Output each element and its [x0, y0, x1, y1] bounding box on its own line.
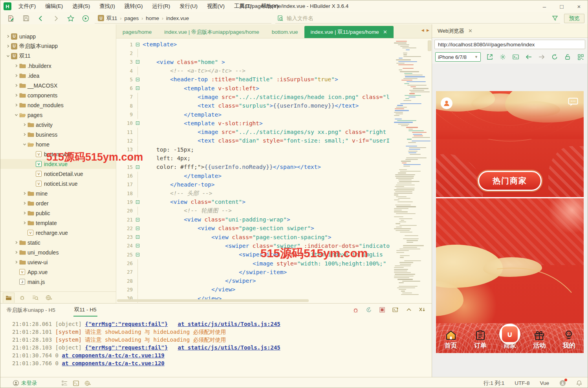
code-line[interactable]: 8<text class="surplus">{{userInfo.money}… [116, 101, 392, 110]
tree-item-noticeDetail.vue[interactable]: VnoticeDetail.vue [0, 169, 116, 179]
menu-item[interactable]: 编辑(E) [41, 2, 67, 11]
menu-item[interactable]: 发行(U) [176, 2, 201, 11]
console-link[interactable]: at static/js/utils/Tools.js:245 [178, 321, 280, 327]
login-status[interactable]: 未登录 [13, 380, 37, 387]
console-tab-diqi[interactable]: 帝启版本uniapp - H5 [6, 304, 56, 316]
code-line[interactable]: 27</swiper-item> [116, 268, 392, 276]
code-line[interactable]: 18<!-- 头部 --> [116, 189, 392, 198]
chevron-right-icon[interactable] [13, 93, 19, 97]
tree-item-pages[interactable]: pages [0, 110, 116, 120]
menu-item[interactable]: 运行(R) [148, 2, 174, 11]
terminal-icon[interactable] [512, 53, 520, 61]
code-line[interactable]: 20<!-- 轮播图 --> [116, 207, 392, 215]
update-download-icon[interactable] [559, 380, 566, 386]
console-link[interactable]: at components/a-tc/a-tc.vue:119 [62, 352, 164, 359]
tree-item-main.js[interactable]: Jmain.js [0, 277, 116, 287]
code-line[interactable]: 15color: #fff;">{{userInfo.noReady}}</sp… [116, 163, 392, 171]
breadcrumb-item[interactable]: 双11 [106, 15, 117, 21]
code-line[interactable]: 17</header-top> [116, 180, 392, 189]
chevron-right-icon[interactable] [13, 103, 19, 107]
tree-item-noticeList.vue[interactable]: VnoticeList.vue [0, 179, 116, 189]
fold-marker-icon[interactable] [134, 227, 141, 230]
hot-merchants-button[interactable]: 热门商家 [478, 171, 542, 191]
fold-marker-icon[interactable] [134, 165, 141, 169]
editor-tab[interactable]: pages/home [116, 26, 158, 38]
breadcrumb-item[interactable]: home [146, 15, 159, 21]
chevron-right-icon[interactable] [5, 44, 11, 48]
close-button[interactable]: × [570, 1, 588, 12]
restart-icon[interactable] [365, 306, 373, 314]
tree-item-_11[interactable]: U双11 [0, 51, 116, 61]
chevron-right-icon[interactable] [22, 201, 27, 205]
menu-item[interactable]: 查找(I) [95, 2, 119, 11]
debug-panel-tab-icon[interactable] [16, 293, 28, 303]
fold-marker-icon[interactable] [134, 218, 141, 221]
message-icon[interactable] [568, 97, 578, 107]
code-line[interactable]: 29</view> [116, 285, 392, 294]
fold-marker-icon[interactable] [134, 121, 141, 125]
code-line[interactable]: 21<view class="uni-padding-wrap"> [116, 215, 392, 224]
refresh-icon[interactable] [551, 53, 559, 61]
new-file-icon[interactable] [4, 14, 18, 23]
phone-tab-首页[interactable]: 首页 [436, 323, 465, 353]
menu-item[interactable]: 选择(S) [68, 2, 94, 11]
breadcrumb-item[interactable]: index.vue [166, 15, 189, 21]
chevron-right-icon[interactable] [13, 241, 19, 244]
tree-item-__MACOSX[interactable]: __MACOSX [0, 81, 116, 90]
chevron-right-icon[interactable] [22, 133, 27, 136]
user-avatar[interactable] [441, 97, 452, 109]
tree-item-uview-ui[interactable]: uview-ui [0, 257, 116, 267]
preview-button[interactable]: 预览 [564, 14, 584, 23]
tree-item-____uniapp[interactable]: U帝启版本uniapp [0, 41, 116, 51]
code-line[interactable]: 10<template v-slot:right> [116, 119, 392, 128]
tree-item-template[interactable]: template [0, 218, 116, 228]
collapse-icon[interactable] [405, 306, 413, 314]
encoding-label[interactable]: UTF-8 [515, 380, 529, 386]
chevron-right-icon[interactable] [13, 251, 19, 254]
chevron-right-icon[interactable] [13, 84, 19, 87]
search-panel-tab-icon[interactable] [29, 293, 41, 303]
chevron-right-icon[interactable] [5, 35, 11, 38]
tree-item-.hbuilderx[interactable]: .hbuilderx [0, 61, 116, 71]
tree-item-business[interactable]: business [0, 130, 116, 139]
chevron-down-icon[interactable] [5, 54, 11, 58]
cursor-position[interactable]: 行:1 列:1 [484, 380, 504, 387]
search-input[interactable] [287, 15, 552, 21]
tree-item-activity[interactable]: activity [0, 120, 116, 130]
maximize-button[interactable]: □ [553, 1, 570, 12]
forward-nav-icon[interactable] [538, 53, 546, 61]
code-line[interactable]: 16</template> [116, 171, 392, 180]
settings-icon[interactable] [499, 53, 507, 61]
stop-icon[interactable] [378, 306, 386, 314]
web-panel-tab-icon[interactable] [43, 293, 55, 303]
fold-marker-icon[interactable] [134, 60, 141, 64]
tree-item-home[interactable]: home [0, 139, 116, 149]
filter-icon[interactable] [552, 15, 558, 21]
tree-item-components[interactable]: components [0, 90, 116, 100]
chevron-right-icon[interactable] [22, 221, 27, 225]
fold-marker-icon[interactable] [134, 244, 141, 247]
menu-item[interactable]: 帮助(Y) [257, 2, 282, 11]
tree-item-static[interactable]: static [0, 238, 116, 247]
forward-icon[interactable] [48, 14, 63, 23]
code-line[interactable]: 13top: -15px; [116, 145, 392, 154]
code-line[interactable]: 22<view class="page-section swiper"> [116, 224, 392, 232]
device-selector[interactable]: iPhone 6/7/8 ▼ [435, 52, 481, 62]
browser-tab-close-icon[interactable]: ✕ [468, 28, 473, 34]
tab-scroll-arrows[interactable]: ◀ ▶ [421, 28, 430, 32]
menu-item[interactable]: 文件(F) [15, 2, 40, 11]
tree-item-mine[interactable]: mine [0, 189, 116, 198]
chevron-right-icon[interactable] [22, 211, 27, 215]
code-line[interactable]: 9</template> [116, 110, 392, 119]
console-link[interactable]: at components/a-tc/a-tc.vue:120 [62, 360, 164, 366]
breadcrumb-item[interactable]: pages [125, 15, 139, 21]
chevron-down-icon[interactable] [22, 143, 27, 146]
code-line[interactable]: 4<!-- <a-tc></a-tc> --> [116, 66, 392, 75]
chevron-right-icon[interactable] [13, 64, 19, 68]
run-icon[interactable] [78, 14, 93, 23]
tree-item-order[interactable]: order [0, 198, 116, 208]
menu-item[interactable]: 视图(V) [203, 2, 229, 11]
favorite-icon[interactable] [63, 14, 78, 23]
url-bar[interactable]: http://localhost:8080/#/pages/home/index [434, 40, 585, 49]
code-line[interactable]: 6<template v-slot:left> [116, 84, 392, 92]
